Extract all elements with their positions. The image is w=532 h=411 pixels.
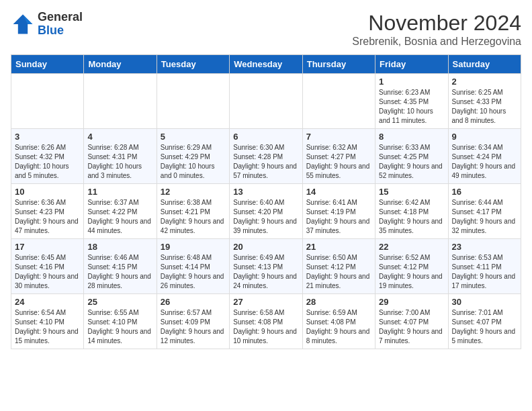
day-number: 17	[15, 242, 80, 252]
table-row: 10Sunrise: 6:36 AM Sunset: 4:23 PM Dayli…	[11, 184, 84, 239]
logo-icon	[11, 12, 35, 36]
day-info: Sunrise: 6:36 AM Sunset: 4:23 PM Dayligh…	[15, 198, 80, 236]
day-info: Sunrise: 6:54 AM Sunset: 4:10 PM Dayligh…	[15, 308, 80, 346]
day-number: 22	[379, 242, 444, 252]
day-info: Sunrise: 6:33 AM Sunset: 4:25 PM Dayligh…	[379, 143, 444, 181]
page: General Blue November 2024 Srebrenik, Bo…	[0, 0, 532, 360]
table-row: 18Sunrise: 6:46 AM Sunset: 4:15 PM Dayli…	[84, 239, 157, 294]
day-number: 14	[306, 187, 371, 197]
day-info: Sunrise: 6:45 AM Sunset: 4:16 PM Dayligh…	[15, 253, 80, 291]
day-info: Sunrise: 6:30 AM Sunset: 4:28 PM Dayligh…	[233, 143, 298, 181]
header: General Blue November 2024 Srebrenik, Bo…	[11, 11, 521, 48]
day-info: Sunrise: 6:32 AM Sunset: 4:27 PM Dayligh…	[306, 143, 371, 181]
day-number: 13	[233, 187, 298, 197]
table-row: 12Sunrise: 6:38 AM Sunset: 4:21 PM Dayli…	[157, 184, 229, 239]
day-info: Sunrise: 6:59 AM Sunset: 4:08 PM Dayligh…	[306, 308, 371, 346]
table-row: 13Sunrise: 6:40 AM Sunset: 4:20 PM Dayli…	[230, 184, 302, 239]
day-number: 2	[452, 77, 517, 87]
day-info: Sunrise: 6:41 AM Sunset: 4:19 PM Dayligh…	[306, 198, 371, 236]
day-info: Sunrise: 6:23 AM Sunset: 4:35 PM Dayligh…	[379, 88, 444, 126]
calendar-header-row: Sunday Monday Tuesday Wednesday Thursday…	[11, 55, 521, 74]
day-info: Sunrise: 6:34 AM Sunset: 4:24 PM Dayligh…	[452, 143, 517, 181]
table-row: 20Sunrise: 6:49 AM Sunset: 4:13 PM Dayli…	[230, 239, 302, 294]
day-number: 15	[379, 187, 444, 197]
day-number: 4	[87, 132, 152, 142]
month-title: November 2024	[352, 11, 521, 36]
day-info: Sunrise: 6:28 AM Sunset: 4:31 PM Dayligh…	[87, 143, 152, 181]
day-info: Sunrise: 6:29 AM Sunset: 4:29 PM Dayligh…	[161, 143, 226, 181]
table-row: 5Sunrise: 6:29 AM Sunset: 4:29 PM Daylig…	[157, 129, 229, 184]
table-row: 15Sunrise: 6:42 AM Sunset: 4:18 PM Dayli…	[375, 184, 448, 239]
day-info: Sunrise: 6:40 AM Sunset: 4:20 PM Dayligh…	[233, 198, 298, 236]
day-info: Sunrise: 6:26 AM Sunset: 4:32 PM Dayligh…	[15, 143, 80, 181]
day-number: 9	[452, 132, 517, 142]
col-saturday: Saturday	[448, 55, 521, 74]
day-number: 1	[379, 77, 444, 87]
day-info: Sunrise: 6:53 AM Sunset: 4:11 PM Dayligh…	[452, 253, 517, 291]
table-row: 8Sunrise: 6:33 AM Sunset: 4:25 PM Daylig…	[375, 129, 448, 184]
table-row: 25Sunrise: 6:55 AM Sunset: 4:10 PM Dayli…	[84, 294, 157, 349]
calendar-week-row: 1Sunrise: 6:23 AM Sunset: 4:35 PM Daylig…	[11, 74, 521, 129]
day-info: Sunrise: 6:37 AM Sunset: 4:22 PM Dayligh…	[87, 198, 152, 236]
day-number: 5	[161, 132, 226, 142]
table-row: 4Sunrise: 6:28 AM Sunset: 4:31 PM Daylig…	[84, 129, 157, 184]
calendar-week-row: 10Sunrise: 6:36 AM Sunset: 4:23 PM Dayli…	[11, 184, 521, 239]
day-number: 21	[306, 242, 371, 252]
table-row: 27Sunrise: 6:58 AM Sunset: 4:08 PM Dayli…	[230, 294, 302, 349]
day-info: Sunrise: 6:42 AM Sunset: 4:18 PM Dayligh…	[379, 198, 444, 236]
table-row: 6Sunrise: 6:30 AM Sunset: 4:28 PM Daylig…	[230, 129, 302, 184]
table-row: 14Sunrise: 6:41 AM Sunset: 4:19 PM Dayli…	[302, 184, 375, 239]
day-info: Sunrise: 6:48 AM Sunset: 4:14 PM Dayligh…	[161, 253, 226, 291]
table-row: 23Sunrise: 6:53 AM Sunset: 4:11 PM Dayli…	[448, 239, 521, 294]
table-row	[84, 74, 157, 129]
table-row	[11, 74, 84, 129]
day-number: 26	[161, 297, 226, 307]
day-number: 29	[379, 297, 444, 307]
table-row	[302, 74, 375, 129]
day-info: Sunrise: 7:01 AM Sunset: 4:07 PM Dayligh…	[452, 308, 517, 346]
day-info: Sunrise: 7:00 AM Sunset: 4:07 PM Dayligh…	[379, 308, 444, 346]
day-number: 8	[379, 132, 444, 142]
day-number: 27	[233, 297, 298, 307]
day-info: Sunrise: 6:57 AM Sunset: 4:09 PM Dayligh…	[161, 308, 226, 346]
day-info: Sunrise: 6:25 AM Sunset: 4:33 PM Dayligh…	[452, 88, 517, 126]
table-row: 30Sunrise: 7:01 AM Sunset: 4:07 PM Dayli…	[448, 294, 521, 349]
day-info: Sunrise: 6:50 AM Sunset: 4:12 PM Dayligh…	[306, 253, 371, 291]
col-sunday: Sunday	[11, 55, 84, 74]
col-thursday: Thursday	[302, 55, 375, 74]
day-number: 20	[233, 242, 298, 252]
day-number: 30	[452, 297, 517, 307]
day-number: 19	[161, 242, 226, 252]
day-info: Sunrise: 6:58 AM Sunset: 4:08 PM Dayligh…	[233, 308, 298, 346]
day-number: 18	[87, 242, 152, 252]
table-row: 11Sunrise: 6:37 AM Sunset: 4:22 PM Dayli…	[84, 184, 157, 239]
col-wednesday: Wednesday	[230, 55, 302, 74]
day-info: Sunrise: 6:44 AM Sunset: 4:17 PM Dayligh…	[452, 198, 517, 236]
day-number: 7	[306, 132, 371, 142]
logo-general: General	[38, 11, 83, 24]
table-row: 16Sunrise: 6:44 AM Sunset: 4:17 PM Dayli…	[448, 184, 521, 239]
day-number: 25	[87, 297, 152, 307]
table-row	[157, 74, 229, 129]
day-info: Sunrise: 6:52 AM Sunset: 4:12 PM Dayligh…	[379, 253, 444, 291]
day-number: 23	[452, 242, 517, 252]
table-row: 7Sunrise: 6:32 AM Sunset: 4:27 PM Daylig…	[302, 129, 375, 184]
logo-blue: Blue	[38, 24, 83, 38]
calendar: Sunday Monday Tuesday Wednesday Thursday…	[11, 54, 521, 349]
day-number: 12	[161, 187, 226, 197]
day-number: 6	[233, 132, 298, 142]
calendar-week-row: 24Sunrise: 6:54 AM Sunset: 4:10 PM Dayli…	[11, 294, 521, 349]
location-subtitle: Srebrenik, Bosnia and Herzegovina	[352, 36, 521, 48]
table-row: 28Sunrise: 6:59 AM Sunset: 4:08 PM Dayli…	[302, 294, 375, 349]
day-info: Sunrise: 6:46 AM Sunset: 4:15 PM Dayligh…	[87, 253, 152, 291]
day-number: 16	[452, 187, 517, 197]
logo-text: General Blue	[38, 11, 83, 38]
col-tuesday: Tuesday	[157, 55, 229, 74]
table-row	[230, 74, 302, 129]
calendar-week-row: 17Sunrise: 6:45 AM Sunset: 4:16 PM Dayli…	[11, 239, 521, 294]
title-block: November 2024 Srebrenik, Bosnia and Herz…	[352, 11, 521, 48]
table-row: 1Sunrise: 6:23 AM Sunset: 4:35 PM Daylig…	[375, 74, 448, 129]
table-row: 29Sunrise: 7:00 AM Sunset: 4:07 PM Dayli…	[375, 294, 448, 349]
col-friday: Friday	[375, 55, 448, 74]
table-row: 19Sunrise: 6:48 AM Sunset: 4:14 PM Dayli…	[157, 239, 229, 294]
